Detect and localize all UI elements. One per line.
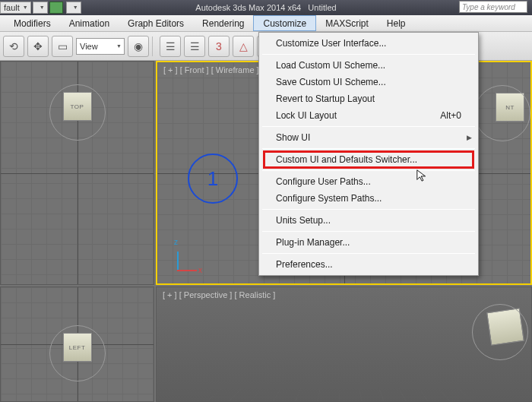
menu-configure-system-paths[interactable]: Configure System Paths... [261, 190, 477, 207]
menu-units-setup[interactable]: Units Setup... [261, 212, 477, 229]
menu-plugin-manager[interactable]: Plug-in Manager... [261, 234, 477, 251]
select-link-button[interactable]: ⟲ [3, 36, 24, 57]
menu-separator [262, 54, 475, 55]
menu-configure-user-paths[interactable]: Configure User Paths... [261, 173, 477, 190]
axis-gizmo: z x [169, 241, 200, 271]
center-button[interactable]: ◉ [128, 36, 149, 57]
title-history-dropdown[interactable] [33, 2, 48, 14]
perspective-grid [175, 388, 513, 402]
annotation-circle: 1 [188, 154, 238, 204]
viewcube-ring[interactable] [49, 325, 106, 381]
menu-separator [262, 209, 475, 210]
menu-animation[interactable]: Animation [60, 15, 119, 31]
viewcube-ring[interactable] [472, 304, 528, 360]
menu-customize-ui[interactable]: Customize User Interface... [261, 35, 477, 52]
title-misc-dropdown[interactable] [66, 2, 81, 14]
angle-snap-button[interactable]: △ [233, 36, 254, 57]
menu-save-ui-scheme[interactable]: Save Custom UI Scheme... [261, 74, 477, 90]
menu-custom-ui-defaults-switcher[interactable]: Custom UI and Defaults Switcher... [261, 151, 477, 168]
schematic-button[interactable]: ▭ [52, 36, 73, 57]
viewport-label-perspective[interactable]: [ + ] [ Perspective ] [ Realistic ] [163, 290, 275, 299]
viewport-perspective[interactable]: [ + ] [ Perspective ] [ Realistic ] [156, 286, 532, 402]
menu-customize[interactable]: Customize [253, 15, 316, 31]
customize-menu-dropdown: Customize User Interface... Load Custom … [258, 32, 479, 276]
title-tool-icon[interactable] [49, 2, 63, 14]
ref-coord-dropdown[interactable]: View [76, 38, 125, 55]
menu-lock-ui[interactable]: Lock UI LayoutAlt+0 [261, 107, 477, 124]
align-button[interactable]: ☰ [184, 36, 205, 57]
menu-show-ui[interactable]: Show UI [261, 129, 477, 146]
menu-modifiers[interactable]: Modifiers [5, 15, 60, 31]
workspace-dropdown[interactable]: fault [0, 2, 31, 14]
menu-separator [262, 148, 475, 149]
menu-separator [262, 253, 475, 254]
menu-rendering[interactable]: Rendering [193, 15, 253, 31]
menu-help[interactable]: Help [378, 15, 415, 31]
menu-maxscript[interactable]: MAXScript [316, 15, 378, 31]
viewport-top[interactable]: TOP [0, 61, 154, 285]
menu-separator [262, 170, 475, 171]
viewport-label-front[interactable]: [ + ] [ Front ] [ Wireframe ] [163, 65, 259, 74]
menu-separator [262, 126, 475, 127]
viewcube-ring[interactable] [49, 84, 106, 141]
viewcube-ring[interactable] [474, 85, 530, 141]
menu-preferences[interactable]: Preferences... [261, 256, 477, 273]
mirror-button[interactable]: ☰ [160, 36, 181, 57]
menu-separator [262, 231, 475, 232]
move-button[interactable]: ✥ [27, 36, 49, 57]
viewport-left[interactable]: LEFT [0, 286, 154, 402]
title-bar: fault Autodesk 3ds Max 2014 x64 Untitled… [0, 0, 532, 15]
snap-toggle-button[interactable]: 3 [208, 36, 230, 57]
menu-load-ui-scheme[interactable]: Load Custom UI Scheme... [261, 57, 477, 74]
menu-bar: Modifiers Animation Graph Editors Render… [0, 15, 532, 32]
menu-graph-editors[interactable]: Graph Editors [119, 15, 193, 31]
menu-revert-startup[interactable]: Revert to Startup Layout [261, 90, 477, 107]
search-input[interactable]: Type a keyword [459, 1, 527, 13]
